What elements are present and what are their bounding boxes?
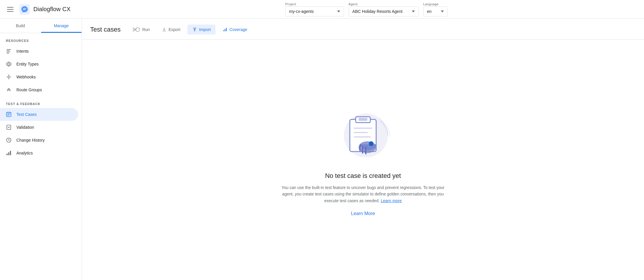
project-label: Project <box>285 2 344 6</box>
import-icon <box>192 27 197 32</box>
svg-point-31 <box>369 141 374 146</box>
project-chevron-icon <box>337 11 340 12</box>
svg-rect-14 <box>7 112 11 113</box>
entity-types-icon <box>6 61 12 67</box>
coverage-button[interactable]: Coverage <box>218 25 252 35</box>
project-dropdown[interactable]: my-cx-agents <box>285 6 344 16</box>
sidebar-item-route-groups[interactable]: Route Groups <box>0 83 78 96</box>
empty-state: No test case is created yet You can use … <box>82 39 644 280</box>
agent-dropdown[interactable]: ABC Holiday Resorts Agent <box>349 6 419 16</box>
svg-point-10 <box>8 78 9 79</box>
sidebar-item-webhooks[interactable]: Webhooks <box>0 71 78 83</box>
sidebar-item-analytics[interactable]: Analytics <box>0 147 78 159</box>
svg-rect-26 <box>359 118 367 121</box>
route-groups-icon <box>6 87 12 93</box>
sidebar-item-entity-types[interactable]: Entity Types <box>0 58 78 71</box>
svg-rect-20 <box>223 30 224 32</box>
svg-point-8 <box>8 75 9 76</box>
agent-dropdown-group: Agent ABC Holiday Resorts Agent <box>349 2 419 16</box>
language-value: en <box>427 9 432 14</box>
test-cases-icon <box>6 111 12 117</box>
sidebar-item-change-history[interactable]: Change History <box>0 134 78 147</box>
analytics-icon <box>6 150 12 156</box>
sidebar-tabs: Build Manage <box>0 19 82 33</box>
empty-description: You can use the built-in test feature to… <box>281 184 445 204</box>
content-header: Test cases Run <box>82 19 644 39</box>
sidebar-item-validation[interactable]: Validation <box>0 121 78 134</box>
resources-section-label: RESOURCES <box>0 33 82 45</box>
main-layout: Build Manage RESOURCES Intents <box>0 19 644 280</box>
route-groups-label: Route Groups <box>16 87 42 92</box>
refresh-icon <box>135 27 141 32</box>
export-label: Export <box>169 27 180 32</box>
coverage-icon <box>222 27 228 32</box>
learn-more-inline-link[interactable]: Learn more <box>381 198 402 203</box>
export-icon <box>162 27 167 32</box>
page-title: Test cases <box>90 26 121 38</box>
app-title: Dialogflow CX <box>33 6 71 13</box>
empty-title: No test case is created yet <box>325 172 401 180</box>
svg-marker-6 <box>8 63 10 66</box>
svg-marker-5 <box>7 62 11 66</box>
svg-rect-18 <box>8 152 9 155</box>
menu-button[interactable] <box>5 5 16 14</box>
project-dropdown-group: Project my-cx-agents <box>285 2 344 16</box>
sidebar-item-test-cases[interactable]: Test Cases <box>0 108 78 121</box>
test-cases-label: Test Cases <box>16 112 37 117</box>
svg-point-9 <box>10 76 11 77</box>
agent-value: ABC Holiday Resorts Agent <box>352 9 402 14</box>
svg-rect-17 <box>7 154 8 155</box>
import-label: Import <box>199 27 211 32</box>
svg-rect-4 <box>7 53 9 54</box>
sidebar-item-intents[interactable]: Intents <box>0 45 78 58</box>
tab-manage[interactable]: Manage <box>41 19 82 33</box>
run-label: Run <box>142 27 150 32</box>
clipboard-illustration <box>334 103 392 162</box>
agent-label: Agent <box>349 2 419 6</box>
learn-more-button[interactable]: Learn More <box>351 211 375 216</box>
import-button[interactable]: Import <box>187 25 215 35</box>
svg-rect-21 <box>225 29 225 31</box>
svg-rect-3 <box>7 52 11 52</box>
intents-label: Intents <box>16 49 29 54</box>
change-history-label: Change History <box>16 138 45 142</box>
empty-illustration <box>334 103 392 163</box>
sidebar: Build Manage RESOURCES Intents <box>0 19 82 280</box>
svg-rect-19 <box>10 151 11 155</box>
intents-icon <box>6 48 12 54</box>
svg-rect-2 <box>7 51 10 51</box>
validation-label: Validation <box>16 125 34 130</box>
webhooks-icon <box>6 74 12 80</box>
agent-chevron-icon <box>412 11 415 12</box>
language-chevron-icon <box>441 11 444 12</box>
language-dropdown[interactable]: en <box>423 6 448 16</box>
language-dropdown-group: Language en <box>423 2 448 16</box>
topbar: Dialogflow CX Project my-cx-agents Agent… <box>0 0 644 19</box>
tab-build[interactable]: Build <box>0 19 41 33</box>
run-button[interactable]: Run <box>128 25 155 35</box>
entity-types-label: Entity Types <box>16 62 39 66</box>
content-area: Test cases Run <box>82 19 644 280</box>
dialogflow-logo <box>19 4 30 15</box>
topbar-dropdowns: Project my-cx-agents Agent ABC Holiday R… <box>94 2 639 16</box>
analytics-label: Analytics <box>16 151 33 155</box>
svg-rect-1 <box>7 49 11 50</box>
coverage-label: Coverage <box>229 27 247 32</box>
topbar-left: Dialogflow CX <box>5 4 87 15</box>
svg-rect-22 <box>226 28 227 31</box>
test-section-label: TEST & FEEDBACK <box>0 96 82 108</box>
webhooks-label: Webhooks <box>16 75 36 79</box>
svg-point-7 <box>7 76 8 77</box>
header-actions: Run Export Import <box>128 25 252 39</box>
language-label: Language <box>423 2 448 6</box>
change-history-icon <box>6 137 12 143</box>
validation-icon <box>6 124 12 130</box>
export-button[interactable]: Export <box>157 25 185 35</box>
project-value: my-cx-agents <box>289 9 314 14</box>
